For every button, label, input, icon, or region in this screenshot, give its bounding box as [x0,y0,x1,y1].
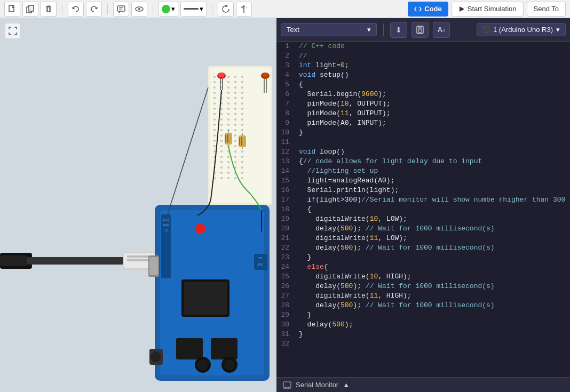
serial-monitor-bar[interactable]: Serial Monitor ▲ [276,377,570,392]
line-preview [184,8,199,10]
svg-point-75 [220,134,223,137]
svg-point-102 [227,172,229,174]
font-icon: A [438,26,442,34]
code-line: 4void setup() [276,70,570,80]
line-number: 28 [276,301,296,310]
sep1 [62,4,62,14]
svg-rect-166 [418,30,422,33]
line-content: pinMode(A0, INPUT); [296,118,386,128]
serial-monitor-label: Serial Monitor [296,381,338,389]
svg-point-53 [213,124,216,126]
svg-rect-23 [149,257,158,275]
code-body[interactable]: 1// C++ code2//3int light=0;4void setup(… [276,42,570,377]
line-content: digitalWrite(11, LOW); [296,234,407,243]
code-line: 31} [276,330,570,339]
code-line: 30 delay(500); [276,320,570,330]
line-content: delay(500); // Wait for 1000 millisecond… [296,243,495,253]
code-line: 21 digitalWrite(11, LOW); [276,234,570,243]
code-line: 27 digitalWrite(11, HIGH); [276,291,570,301]
canvas-area[interactable]: AREF GND 13 TX RX [0,18,276,392]
code-line: 20 delay(500); // Wait for 1000 millisec… [276,224,570,234]
svg-point-74 [220,129,223,131]
line-number: 19 [276,214,296,224]
svg-point-44 [213,76,216,78]
line-content: { [296,80,303,90]
line-content: delay(500); // Wait for 1000 millisecond… [296,301,495,310]
code-line: 12void loop() [276,147,570,157]
svg-point-113 [234,124,236,126]
eye-button[interactable] [131,2,147,17]
line-content [296,339,299,349]
code-line: 13{// code allows for light delay due to… [276,157,570,166]
svg-point-117 [234,145,236,147]
code-toolbar: Text ▾ ⬇ A a ⬛ 1 (Arduino Uno R3) ▾ [276,18,570,42]
svg-rect-15 [27,257,133,265]
svg-point-112 [234,118,236,121]
line-number: 12 [276,147,296,157]
start-simulation-button[interactable]: Start Simulation [452,2,524,17]
font-sub: a [442,27,445,33]
line-content: digitalWrite(10, LOW); [296,214,407,224]
redo-button[interactable] [86,2,102,17]
svg-point-90 [227,108,229,110]
svg-rect-6 [117,6,125,11]
save-button[interactable] [411,22,429,38]
line-number: 23 [276,253,296,262]
comment-button[interactable] [113,2,129,17]
svg-point-73 [220,124,223,126]
flip-button[interactable] [236,2,252,17]
code-line: 3int light=0; [276,61,570,70]
line-content: void loop() [296,147,345,157]
main-toolbar: ▾ ▾ Code Start Simulation Send To [0,0,570,18]
svg-point-140 [241,161,243,163]
svg-point-71 [220,113,223,115]
line-number: 15 [276,176,296,186]
line-content: digitalWrite(11, HIGH); [296,291,411,301]
download-button[interactable]: ⬇ [390,22,407,38]
line-number: 16 [276,186,296,195]
line-content: Serial.println(light); [296,186,399,195]
svg-point-76 [220,140,223,142]
svg-text:RX: RX [258,263,263,266]
line-style-button[interactable]: ▾ [180,2,207,17]
new-button[interactable] [4,2,20,17]
font-button[interactable]: A a [433,22,450,38]
send-to-button[interactable]: Send To [527,2,566,17]
code-mode-select[interactable]: Text ▾ [281,23,377,36]
line-number: 27 [276,291,296,301]
svg-point-141 [241,166,243,169]
code-button[interactable]: Code [408,2,448,17]
svg-point-45 [213,81,216,83]
code-line: 26 delay(500); // Wait for 1000 millisec… [276,282,570,291]
svg-point-129 [241,102,243,105]
line-number: 1 [276,42,296,51]
svg-point-130 [241,108,243,110]
svg-point-58 [213,150,216,153]
svg-point-143 [241,177,243,179]
serial-up-arrow: ▲ [343,381,350,389]
svg-point-51 [213,113,216,115]
mode-chevron: ▾ [367,26,371,34]
line-content [296,138,299,147]
line-number: 2 [276,51,296,61]
code-line: 6 Serial.begin(9600); [276,90,570,99]
code-line: 1// C++ code [276,42,570,51]
svg-point-70 [220,108,223,110]
code-line: 29 } [276,310,570,320]
svg-rect-14 [0,255,27,266]
arduino-select[interactable]: ⬛ 1 (Arduino Uno R3) ▾ [477,23,566,36]
svg-point-120 [234,161,236,163]
rotate-button[interactable] [218,2,234,17]
line-chevron: ▾ [200,5,203,13]
svg-point-142 [241,172,243,174]
line-number: 25 [276,272,296,282]
code-line: 18 { [276,205,570,214]
svg-point-107 [234,92,236,94]
undo-button[interactable] [68,2,84,17]
delete-button[interactable] [41,2,57,17]
copy-button[interactable] [22,2,38,17]
line-content: pinMode(11, OUTPUT); [296,109,391,118]
color-picker-button[interactable]: ▾ [159,2,178,17]
send-to-label: Send To [534,5,559,13]
line-number: 14 [276,166,296,176]
